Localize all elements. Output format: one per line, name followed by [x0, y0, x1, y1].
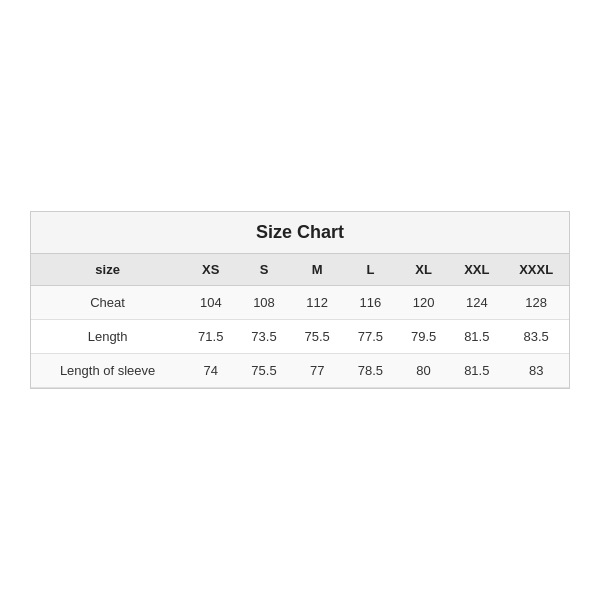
- cell-1-0: 71.5: [184, 320, 237, 354]
- cell-0-2: 112: [291, 286, 344, 320]
- chart-title-row: Size Chart: [31, 212, 569, 254]
- cell-1-5: 81.5: [450, 320, 503, 354]
- cell-2-2: 77: [291, 354, 344, 388]
- size-table: sizeXSSMLXLXXLXXXL Cheat1041081121161201…: [31, 254, 569, 388]
- cell-0-6: 128: [503, 286, 569, 320]
- row-label-2: Length of sleeve: [31, 354, 184, 388]
- cell-2-1: 75.5: [237, 354, 290, 388]
- size-chart-container: Size Chart sizeXSSMLXLXXLXXXL Cheat10410…: [30, 211, 570, 389]
- table-row: Length71.573.575.577.579.581.583.5: [31, 320, 569, 354]
- cell-0-0: 104: [184, 286, 237, 320]
- cell-2-3: 78.5: [344, 354, 397, 388]
- cell-1-1: 73.5: [237, 320, 290, 354]
- cell-0-3: 116: [344, 286, 397, 320]
- cell-0-1: 108: [237, 286, 290, 320]
- column-header-xl: XL: [397, 254, 450, 286]
- column-header-xxxl: XXXL: [503, 254, 569, 286]
- cell-1-2: 75.5: [291, 320, 344, 354]
- cell-2-0: 74: [184, 354, 237, 388]
- table-header-row: sizeXSSMLXLXXLXXXL: [31, 254, 569, 286]
- table-row: Cheat104108112116120124128: [31, 286, 569, 320]
- cell-2-6: 83: [503, 354, 569, 388]
- column-header-s: S: [237, 254, 290, 286]
- cell-1-3: 77.5: [344, 320, 397, 354]
- chart-title: Size Chart: [256, 222, 344, 242]
- column-header-l: L: [344, 254, 397, 286]
- column-header-m: M: [291, 254, 344, 286]
- column-header-size: size: [31, 254, 184, 286]
- cell-1-4: 79.5: [397, 320, 450, 354]
- cell-0-4: 120: [397, 286, 450, 320]
- cell-2-4: 80: [397, 354, 450, 388]
- row-label-1: Length: [31, 320, 184, 354]
- table-row: Length of sleeve7475.57778.58081.583: [31, 354, 569, 388]
- row-label-0: Cheat: [31, 286, 184, 320]
- column-header-xxl: XXL: [450, 254, 503, 286]
- cell-0-5: 124: [450, 286, 503, 320]
- cell-1-6: 83.5: [503, 320, 569, 354]
- column-header-xs: XS: [184, 254, 237, 286]
- table-body: Cheat104108112116120124128Length71.573.5…: [31, 286, 569, 388]
- cell-2-5: 81.5: [450, 354, 503, 388]
